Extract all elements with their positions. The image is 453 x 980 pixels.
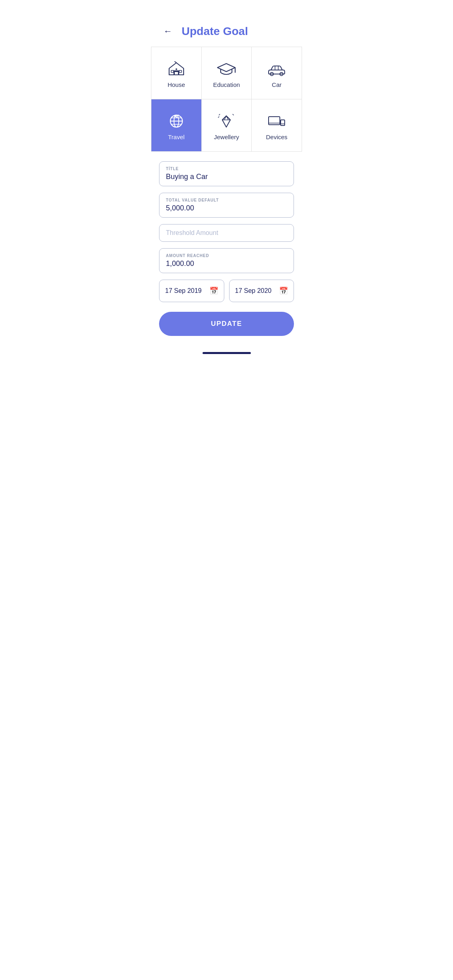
back-arrow-icon: ← (163, 26, 172, 37)
education-label: Education (213, 81, 240, 88)
category-house[interactable]: House (151, 47, 202, 99)
devices-label: Devices (266, 134, 287, 140)
svg-rect-2 (171, 70, 174, 72)
svg-rect-21 (269, 117, 280, 125)
jewellery-label: Jewellery (214, 134, 239, 140)
title-label: TİTLE (166, 167, 287, 171)
home-indicator (151, 346, 302, 357)
car-icon (266, 60, 287, 77)
home-bar (203, 352, 251, 354)
education-icon (216, 60, 237, 77)
svg-marker-4 (217, 64, 235, 72)
svg-rect-24 (281, 120, 285, 126)
amount-reached-value: 1,000.00 (166, 259, 287, 268)
title-value: Buying a Car (166, 173, 287, 181)
category-grid: House Education Car Tra (151, 47, 302, 152)
category-devices[interactable]: Devices (252, 99, 302, 152)
travel-icon (166, 113, 187, 130)
amount-reached-input-group[interactable]: AMOUNT REACHED 1,000.00 (159, 248, 294, 273)
form-section: TİTLE Buying a Car TOTAL VALUE DEFAULT 5… (151, 152, 302, 346)
total-value-label: TOTAL VALUE DEFAULT (166, 198, 287, 202)
end-date-input[interactable]: 17 Sep 2020 📅 (229, 280, 294, 302)
svg-rect-0 (174, 72, 178, 75)
update-button[interactable]: UPDATE (159, 312, 294, 336)
jewellery-icon (216, 113, 237, 130)
page-title: Update Goal (182, 25, 248, 38)
category-travel[interactable]: Travel (151, 99, 202, 152)
start-date-text: 17 Sep 2019 (165, 287, 202, 294)
house-label: House (168, 81, 185, 88)
end-date-text: 17 Sep 2020 (235, 287, 272, 294)
total-value-value: 5,000.00 (166, 204, 287, 212)
devices-icon (266, 113, 287, 130)
svg-rect-3 (179, 70, 182, 72)
svg-marker-15 (222, 116, 230, 127)
threshold-placeholder: Threshold Amount (166, 229, 287, 237)
start-date-calendar-icon: 📅 (209, 286, 218, 295)
travel-label: Travel (168, 134, 184, 140)
date-row: 17 Sep 2019 📅 17 Sep 2020 📅 (159, 280, 294, 302)
end-date-calendar-icon: 📅 (279, 286, 288, 295)
category-jewellery[interactable]: Jewellery (202, 99, 252, 152)
house-icon (166, 60, 187, 77)
svg-point-1 (176, 68, 177, 70)
total-value-input-group[interactable]: TOTAL VALUE DEFAULT 5,000.00 (159, 193, 294, 218)
car-label: Car (272, 81, 281, 88)
amount-reached-label: AMOUNT REACHED (166, 253, 287, 258)
back-button[interactable]: ← (161, 24, 175, 39)
threshold-input-group[interactable]: Threshold Amount (159, 224, 294, 242)
category-car[interactable]: Car (252, 47, 302, 99)
header: ← Update Goal (151, 0, 302, 47)
category-education[interactable]: Education (202, 47, 252, 99)
start-date-input[interactable]: 17 Sep 2019 📅 (159, 280, 224, 302)
title-input-group[interactable]: TİTLE Buying a Car (159, 161, 294, 186)
